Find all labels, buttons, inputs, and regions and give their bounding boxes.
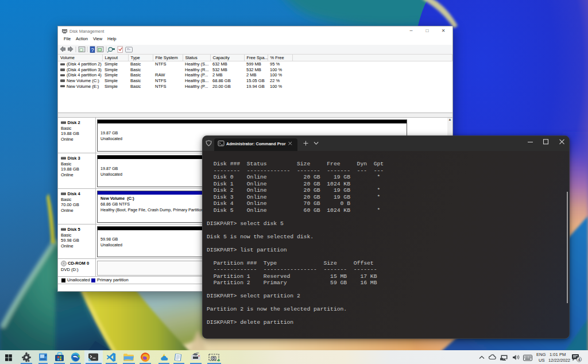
svg-text:?: ? (91, 47, 94, 53)
svg-text:ENG: ENG (536, 352, 546, 357)
svg-text:1:01 PM: 1:01 PM (550, 352, 566, 357)
svg-text:Administrator: Command Pror: Administrator: Command Pror (226, 141, 286, 146)
svg-text:US: US (539, 358, 545, 363)
svg-text:12/22/2022: 12/22/2022 (548, 358, 570, 363)
svg-text:4: 4 (578, 357, 581, 362)
